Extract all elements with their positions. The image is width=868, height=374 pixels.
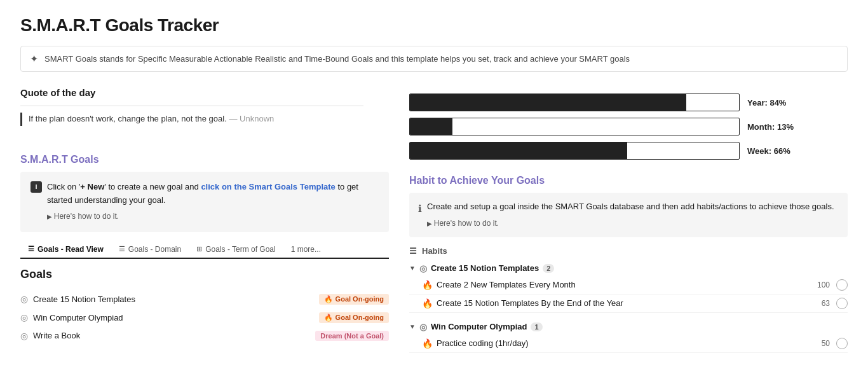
- habits-header: ☰ Habits: [409, 246, 848, 256]
- goals-tabs: ☰ Goals - Read View ☰ Goals - Domain ⊞ G…: [20, 241, 389, 259]
- month-progress-label: Month: 13%: [747, 122, 798, 132]
- week-progress-label: Week: 66%: [747, 146, 798, 156]
- goal-circle-icon: ◎: [20, 312, 28, 322]
- week-progress-bar: [409, 142, 740, 160]
- progress-row-month: Month: 13%: [409, 118, 848, 135]
- habit-item-name: Create 15 Notion Templates By the End of…: [437, 298, 623, 308]
- month-progress-bar: [409, 118, 740, 135]
- tab-more[interactable]: 1 more...: [283, 241, 329, 258]
- habit-how-to[interactable]: Here's how to do it.: [427, 218, 839, 230]
- flame-icon: 🔥: [422, 280, 433, 290]
- goal-name: Win Computer Olympiad: [33, 313, 123, 322]
- grid-icon: ⊞: [196, 245, 202, 253]
- year-progress-fill: [410, 94, 686, 111]
- goal-row: ◎ Create 15 Notion Templates Goal On-goi…: [20, 290, 389, 308]
- habit-group-name-1: Win Computer Olympiad: [431, 322, 527, 331]
- tab-goals-read-view[interactable]: ☰ Goals - Read View: [20, 241, 111, 259]
- smart-goals-section-title: S.M.A.R.T Goals: [20, 154, 389, 165]
- goal-badge-2: Dream (Not a Goal): [315, 331, 389, 341]
- habit-circle-btn[interactable]: [836, 338, 848, 349]
- tab-goals-domain[interactable]: ☰ Goals - Domain: [111, 241, 189, 258]
- habit-item-right: 100: [817, 279, 848, 291]
- habit-group-header-1[interactable]: ▼ ◎ Win Computer Olympiad 1: [409, 319, 848, 335]
- habit-item-right: 63: [822, 298, 848, 309]
- quote-author: — Unknown: [229, 114, 274, 123]
- how-to-link[interactable]: Here's how to do it.: [47, 211, 379, 223]
- goal-name: Write a Book: [33, 331, 80, 340]
- habit-section-title: Habit to Achieve Your Goals: [409, 175, 848, 186]
- habit-group-header-0[interactable]: ▼ ◎ Create 15 Notion Templates 2: [409, 261, 848, 276]
- list-icon-2: ☰: [119, 245, 125, 253]
- info-number-icon: i: [31, 181, 42, 193]
- habit-circle-btn[interactable]: [836, 298, 848, 309]
- info-bar: ✦ SMART Goals stands for Specific Measur…: [20, 46, 848, 72]
- goal-badge-0: Goal On-going: [319, 294, 389, 305]
- right-column: Year: 84% Month: 13% Week: 66% Habit to …: [409, 87, 848, 359]
- habit-group-name-0: Create 15 Notion Templates: [431, 263, 539, 273]
- habit-circle-btn[interactable]: [836, 279, 848, 291]
- goal-row: ◎ Win Computer Olympiad Goal On-going: [20, 308, 389, 327]
- goals-title: Goals: [20, 268, 389, 281]
- info-circle-icon: ℹ: [418, 201, 422, 230]
- info-bar-text: SMART Goals stands for Specific Measurab…: [44, 54, 630, 64]
- smart-goals-info-text: Click on '+ New' to create a new goal an…: [47, 181, 379, 223]
- quote-label: Quote of the day: [20, 87, 363, 98]
- habit-section: Habit to Achieve Your Goals ℹ Create and…: [409, 175, 848, 353]
- chevron-down-icon: ▼: [409, 323, 416, 330]
- quote-text: If the plan doesn't work, change the pla…: [20, 113, 363, 126]
- habits-label: Habits: [422, 246, 447, 256]
- goal-circle-icon: ◎: [20, 294, 28, 304]
- habit-group-count-0: 2: [543, 264, 554, 273]
- habit-item-name: Create 2 New Templates Every Month: [437, 280, 576, 289]
- habit-group-0: ▼ ◎ Create 15 Notion Templates 2 🔥 Creat…: [409, 261, 848, 313]
- habit-group-count-1: 1: [531, 322, 542, 331]
- week-progress-fill: [410, 142, 627, 159]
- goal-circle-icon: ◎: [20, 331, 28, 341]
- habit-value-0-1: 63: [822, 299, 830, 308]
- goal-circle-icon: ◎: [419, 322, 427, 332]
- habit-item-name: Practice coding (1hr/day): [437, 338, 529, 348]
- left-column: Quote of the day If the plan doesn't wor…: [20, 87, 389, 359]
- habits-list-icon: ☰: [409, 246, 417, 256]
- goal-row: ◎ Write a Book Dream (Not a Goal): [20, 327, 389, 345]
- flame-icon: 🔥: [422, 338, 433, 349]
- year-progress-label: Year: 84%: [747, 98, 798, 107]
- chevron-down-icon: ▼: [409, 265, 416, 272]
- habit-item-0-0: 🔥 Create 2 New Templates Every Month 100: [409, 276, 848, 294]
- goal-name: Create 15 Notion Templates: [33, 294, 135, 304]
- habit-group-1: ▼ ◎ Win Computer Olympiad 1 🔥 Practice c…: [409, 319, 848, 353]
- flame-icon: 🔥: [422, 298, 433, 308]
- smart-goals-info-box: i Click on '+ New' to create a new goal …: [20, 172, 389, 232]
- list-icon: ☰: [28, 245, 34, 253]
- habit-info-text: Create and setup a goal inside the SMART…: [427, 200, 839, 230]
- progress-row-week: Week: 66%: [409, 142, 848, 160]
- habit-value-0-0: 100: [817, 280, 830, 289]
- quote-section: Quote of the day If the plan doesn't wor…: [20, 87, 363, 126]
- month-progress-fill: [410, 118, 452, 135]
- goal-badge-1: Goal On-going: [319, 312, 389, 323]
- habit-info-box: ℹ Create and setup a goal inside the SMA…: [409, 193, 848, 237]
- habit-item-0-1: 🔥 Create 15 Notion Templates By the End …: [409, 294, 848, 313]
- tab-goals-term[interactable]: ⊞ Goals - Term of Goal: [189, 241, 283, 258]
- goals-list: ◎ Create 15 Notion Templates Goal On-goi…: [20, 290, 389, 345]
- page-title: S.M.A.R.T Goals Tracker: [20, 15, 848, 36]
- goal-circle-icon: ◎: [419, 263, 427, 274]
- habit-item-right: 50: [822, 338, 848, 349]
- habit-value-1-0: 50: [822, 339, 830, 348]
- progress-section: Year: 84% Month: 13% Week: 66%: [409, 94, 848, 160]
- year-progress-bar: [409, 94, 740, 111]
- habit-item-1-0: 🔥 Practice coding (1hr/day) 50: [409, 335, 848, 353]
- sparkle-icon: ✦: [30, 53, 38, 65]
- progress-row-year: Year: 84%: [409, 94, 848, 111]
